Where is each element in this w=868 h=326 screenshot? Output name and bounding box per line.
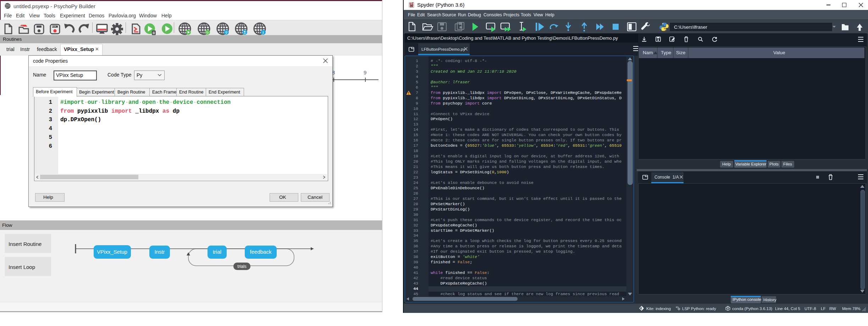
svg-text:VPixx_Setup: VPixx_Setup — [97, 249, 127, 255]
svg-text:S: S — [410, 4, 413, 8]
svg-text:C:\Users\lfraser: C:\Users\lfraser — [674, 24, 707, 30]
svg-text:↻: ↻ — [206, 31, 209, 34]
svg-text:feedback: feedback — [250, 249, 272, 255]
svg-text:trial: trial — [213, 249, 221, 255]
svg-text:i: i — [263, 30, 264, 34]
svg-text:Instr: Instr — [154, 249, 165, 255]
svg-text:trials: trials — [237, 264, 246, 269]
svg-text:⚲: ⚲ — [225, 31, 228, 34]
